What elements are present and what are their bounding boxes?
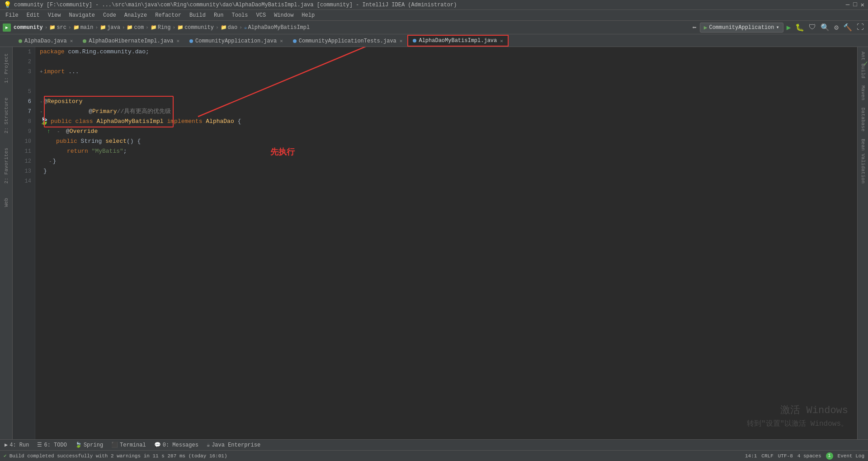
tab-communityapptests[interactable]: CommunityApplicationTests.java ✕ <box>288 35 408 47</box>
line-endings[interactable]: CRLF <box>761 453 773 459</box>
tab-label-hibernate: AlphaDaoHibernateImpl.java <box>89 38 173 44</box>
search-icon[interactable]: 🔍 <box>819 23 831 32</box>
build-icon[interactable]: 🔨 <box>842 23 854 32</box>
code-line-11: return "MyBatis" ; <box>40 146 857 156</box>
tool-java-enterprise[interactable]: ☕ Java Enterprise <box>205 442 262 448</box>
line-num-4 <box>14 77 31 87</box>
nav-bar: ▶ community › 📁 src › 📁 main › 📁 java › … <box>0 21 868 34</box>
tool-spring-label: Spring <box>84 442 103 448</box>
run-config-name: CommunityApplication <box>709 24 774 31</box>
java-enterprise-icon: ☕ <box>207 442 210 448</box>
code-lines[interactable]: package com.Ring.community.dao; + import… <box>35 47 857 439</box>
windows-watermark: 激活 Windows 转到"设置"以激活 Windows。 <box>747 403 848 430</box>
windows-watermark-line2: 转到"设置"以激活 Windows。 <box>747 419 848 430</box>
menu-build[interactable]: Build <box>186 11 209 19</box>
debug-icon[interactable]: 🐛 <box>794 23 806 32</box>
menu-view[interactable]: View <box>44 11 65 19</box>
sidebar-right-database[interactable]: Database <box>859 105 867 134</box>
cursor-position[interactable]: 14:1 <box>745 453 757 459</box>
code-line-9: ↑ - @Override <box>40 127 857 136</box>
menu-file[interactable]: File <box>2 11 22 19</box>
line-num-7: 7 <box>14 107 31 117</box>
title-bar-left: 💡 community [F:\community] - ...\src\mai… <box>4 1 457 9</box>
collapse-icon-import[interactable]: + <box>40 67 43 77</box>
run-button[interactable]: ▶ <box>785 23 793 32</box>
maximize-button[interactable]: □ <box>853 1 857 9</box>
tab-close-communityapptests[interactable]: ✕ <box>400 38 403 44</box>
todo-icon: ☰ <box>37 442 42 448</box>
status-bar: ✔ Build completed successfully with 2 wa… <box>0 450 868 461</box>
minimize-button[interactable]: — <box>846 1 849 9</box>
folder-icon-com: 📁 <box>127 24 133 30</box>
status-left: ✔ Build completed successfully with 2 wa… <box>4 453 227 459</box>
tab-alphadao[interactable]: AlphaDao.java ✕ <box>14 35 78 47</box>
collapse-12[interactable]: - <box>49 156 52 166</box>
line-num-5: 5 <box>14 87 31 97</box>
menu-tools[interactable]: Tools <box>228 11 252 19</box>
tab-alphadaohibernate[interactable]: AlphaDaoHibernateImpl.java ✕ <box>78 35 184 47</box>
code-container: 1 2 3 5 6 7 8 9 10 11 12 13 14 package c… <box>13 47 857 439</box>
tool-java-enterprise-label: Java Enterprise <box>212 442 260 448</box>
gutter-7: - <box>40 107 43 117</box>
collapse-icon-class[interactable]: - <box>40 97 43 107</box>
windows-watermark-line1: 激活 Windows <box>747 403 848 419</box>
coverage-icon[interactable]: 🛡 <box>807 23 817 32</box>
menu-vcs[interactable]: VCS <box>253 11 270 19</box>
tab-label-mybatis: AlphaDaoMyBatisImpl.java <box>419 38 497 44</box>
title-bar-controls[interactable]: — □ ✕ <box>846 1 864 9</box>
menu-window[interactable]: Window <box>270 11 297 19</box>
tool-messages-label: 0: Messages <box>163 442 198 448</box>
line-num-9: 9 <box>14 127 31 136</box>
run-config[interactable]: ▶ CommunityApplication ▾ <box>700 23 783 33</box>
sidebar-item-structure[interactable]: 2: Structure <box>2 95 10 136</box>
sidebar-right-maven[interactable]: Maven <box>859 83 867 103</box>
menu-analyze[interactable]: Analyze <box>121 11 151 19</box>
menu-help[interactable]: Help <box>298 11 318 19</box>
menu-edit[interactable]: Edit <box>23 11 43 19</box>
tab-communityapp[interactable]: CommunityApplication.java ✕ <box>184 35 288 47</box>
expand-icon[interactable]: ⛶ <box>855 23 865 32</box>
primary-annotation: @Primary//具有更高的优先级 <box>44 96 174 127</box>
back-icon[interactable]: ⬅ <box>691 23 698 32</box>
event-log-label[interactable]: Event Log <box>838 453 864 459</box>
tool-spring[interactable]: 🍃 Spring <box>73 442 105 448</box>
tab-close-hibernate[interactable]: ✕ <box>176 38 179 44</box>
nav-right: ⬅ ▶ CommunityApplication ▾ ▶ 🐛 🛡 🔍 ⚙ 🔨 ⛶ <box>691 23 865 33</box>
code-line-13: } <box>40 166 857 176</box>
menu-code[interactable]: Code <box>99 11 120 19</box>
code-line-4 <box>40 77 857 87</box>
project-name[interactable]: community <box>14 24 43 31</box>
project-icon: ▶ <box>3 24 11 32</box>
tab-close-communityapp[interactable]: ✕ <box>280 38 283 44</box>
code-line-14 <box>40 176 857 186</box>
breadcrumb-main: main <box>80 24 94 31</box>
tab-close-alphadao[interactable]: ✕ <box>70 38 73 44</box>
sidebar-item-project[interactable]: 1: Project <box>2 51 10 86</box>
menu-run[interactable]: Run <box>210 11 227 19</box>
file-icon: ☕ <box>244 24 247 30</box>
indent[interactable]: 4 spaces <box>797 453 821 459</box>
sidebar-item-favorites[interactable]: 2: Favorites <box>2 145 10 186</box>
title-bar: 💡 community [F:\community] - ...\src\mai… <box>0 0 868 10</box>
run-config-icon: ▶ <box>704 24 708 31</box>
run-icon: ▶ <box>5 442 8 448</box>
settings-icon[interactable]: ⚙ <box>833 23 840 32</box>
tab-dot-mybatis <box>413 39 416 42</box>
tool-run[interactable]: ▶ 4: Run <box>3 442 31 448</box>
breadcrumb-ring: Ring <box>158 24 171 31</box>
tool-terminal[interactable]: ⬛ Terminal <box>109 442 148 448</box>
tool-messages[interactable]: 💬 0: Messages <box>152 442 200 448</box>
close-button[interactable]: ✕ <box>861 1 864 9</box>
tab-close-mybatis[interactable]: ✕ <box>500 38 503 44</box>
tool-todo[interactable]: ☰ 6: TODO <box>35 442 68 448</box>
sidebar-item-web[interactable]: Web <box>2 195 10 210</box>
collapse-icon-method[interactable]: - <box>57 127 65 136</box>
menu-navigate[interactable]: Navigate <box>65 11 99 19</box>
line-num-14: 14 <box>14 176 31 186</box>
menu-refactor[interactable]: Refactor <box>151 11 185 19</box>
line-num-13: 13 <box>14 166 31 176</box>
sidebar-right-beanvalidation[interactable]: Bean Validation <box>859 136 867 186</box>
charset[interactable]: UTF-8 <box>778 453 793 459</box>
right-sidebar: Ant Build Maven Database Bean Validation… <box>857 47 868 439</box>
tab-alphadaomybatis[interactable]: AlphaDaoMyBatisImpl.java ✕ <box>407 35 508 47</box>
